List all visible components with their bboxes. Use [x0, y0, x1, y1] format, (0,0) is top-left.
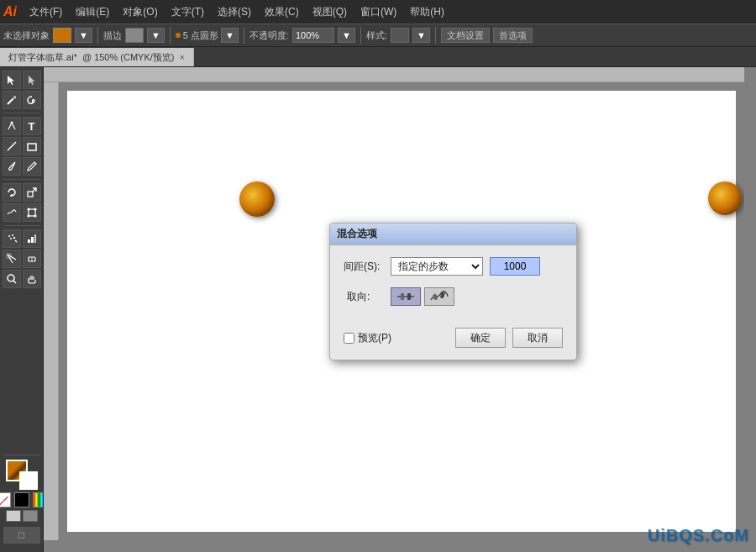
lasso-tool[interactable] — [23, 91, 41, 109]
vertical-ruler — [44, 82, 59, 540]
stroke-color-box[interactable] — [125, 28, 144, 43]
svg-point-11 — [34, 215, 36, 217]
pen-tool[interactable] — [3, 117, 21, 135]
style-label: 样式: — [366, 29, 387, 42]
free-transform-tool[interactable] — [23, 203, 41, 222]
svg-point-12 — [8, 235, 10, 237]
slice-tool[interactable] — [3, 250, 21, 268]
view-mode-btns — [6, 510, 38, 522]
spacing-row: 间距(S): 指定的步数 — [344, 257, 563, 276]
none-swatch[interactable] — [0, 492, 11, 507]
toolbar-sep-5 — [435, 27, 436, 44]
menu-bar: Ai 文件(F) 编辑(E) 对象(O) 文字(T) 选择(S) 效果(C) 视… — [0, 0, 756, 24]
menu-view[interactable]: 视图(Q) — [307, 3, 353, 21]
stroke-dropdown[interactable]: ▼ — [147, 28, 165, 43]
normal-view-btn[interactable] — [6, 510, 21, 522]
hand-tool[interactable] — [23, 270, 41, 288]
style-box[interactable] — [391, 28, 409, 43]
document-tab[interactable]: 灯管字体临草.ai* @ 150% (CMYK/预览) × — [0, 48, 194, 66]
warp-tool[interactable] — [3, 203, 21, 222]
toolbar-sep-4 — [360, 27, 361, 44]
orientation-row: 取向: — [344, 287, 563, 306]
gold-circle-left[interactable] — [239, 181, 275, 217]
magic-wand-tool[interactable] — [3, 91, 21, 109]
tab-filename: 灯管字体临草.ai* — [8, 51, 77, 64]
svg-rect-4 — [28, 144, 36, 150]
rect-tool[interactable] — [23, 137, 41, 155]
select-tool[interactable] — [3, 71, 21, 89]
fill-dropdown[interactable]: ▼ — [75, 28, 92, 43]
orientation-align-to-path[interactable] — [424, 287, 454, 306]
opacity-label: 不透明度: — [249, 29, 289, 42]
tool-row-line — [3, 137, 41, 155]
main-area: T — [0, 67, 756, 552]
fill-color-box[interactable] — [53, 28, 71, 43]
direct-select-tool[interactable] — [23, 71, 41, 89]
point-dropdown[interactable]: ▼ — [221, 28, 239, 43]
app-logo: Ai — [3, 4, 17, 19]
spacing-value-input[interactable] — [490, 257, 540, 276]
svg-rect-18 — [34, 234, 36, 243]
svg-marker-1 — [13, 96, 16, 99]
svg-point-10 — [28, 215, 29, 217]
eraser-tool[interactable] — [23, 250, 41, 268]
menu-file[interactable]: 文件(F) — [24, 3, 68, 21]
scale-tool[interactable] — [23, 183, 41, 202]
menu-edit[interactable]: 编辑(E) — [70, 3, 115, 21]
svg-point-15 — [13, 237, 14, 239]
tool-row-brush — [3, 157, 41, 176]
preview-checkbox[interactable] — [344, 333, 354, 344]
tool-row-magic — [3, 91, 41, 109]
screen-mode-btn[interactable] — [23, 510, 38, 522]
rotate-tool[interactable] — [3, 183, 21, 202]
paintbrush-tool[interactable] — [3, 157, 21, 176]
tool-row-zoom — [3, 270, 41, 288]
menu-window[interactable]: 窗口(W) — [354, 3, 402, 21]
column-graph-tool[interactable] — [23, 229, 41, 248]
menu-help[interactable]: 帮助(H) — [404, 3, 450, 21]
background-swatch[interactable] — [19, 471, 38, 490]
gold-circle-right[interactable] — [708, 181, 742, 215]
svg-line-3 — [8, 142, 16, 150]
pencil-tool[interactable] — [23, 157, 41, 176]
svg-rect-17 — [31, 237, 34, 243]
toolbar-sep-2 — [170, 27, 171, 44]
svg-point-9 — [34, 208, 36, 210]
svg-point-22 — [8, 275, 14, 281]
dialog-action-btns: 确定 取消 — [455, 328, 563, 348]
dialog-title: 混合选项 — [337, 227, 377, 241]
type-tool[interactable]: T — [23, 117, 41, 135]
blend-options-dialog: 混合选项 间距(S): 指定的步数 取向: — [329, 223, 577, 360]
menu-select[interactable]: 选择(S) — [212, 3, 257, 21]
color-swatch-3[interactable] — [33, 492, 45, 507]
ok-button[interactable]: 确定 — [455, 328, 506, 348]
tool-row-pen: T — [3, 117, 41, 135]
tab-bar: 灯管字体临草.ai* @ 150% (CMYK/预览) × — [0, 47, 756, 67]
zoom-tool[interactable] — [3, 270, 21, 288]
artboard-btn[interactable]: ☐ — [3, 527, 40, 544]
tool-sep-color — [3, 455, 40, 455]
orientation-btns — [391, 287, 454, 306]
toolbar-sep-3 — [244, 27, 244, 44]
opacity-input[interactable] — [292, 28, 334, 43]
preferences-btn[interactable]: 首选项 — [493, 28, 533, 43]
menu-object[interactable]: 对象(O) — [117, 3, 163, 21]
tool-sep-1 — [3, 113, 40, 113]
line-tool[interactable] — [3, 137, 21, 155]
extra-swatches — [0, 492, 44, 507]
cancel-button[interactable]: 取消 — [512, 328, 563, 348]
spacing-select[interactable]: 指定的步数 — [391, 257, 483, 276]
doc-settings-btn[interactable]: 文档设置 — [441, 28, 490, 43]
tab-close-btn[interactable]: × — [179, 52, 184, 62]
menu-type[interactable]: 文字(T) — [165, 3, 210, 21]
black-swatch[interactable] — [14, 492, 29, 507]
orientation-align-to-page[interactable] — [391, 287, 421, 306]
style-dropdown[interactable]: ▼ — [412, 28, 430, 43]
preview-label[interactable]: 预览(P) — [358, 331, 391, 345]
menu-effect[interactable]: 效果(C) — [259, 3, 305, 21]
symbol-spray-tool[interactable] — [3, 229, 21, 248]
toolbar-sep-1 — [97, 27, 98, 44]
canvas-area: 混合选项 间距(S): 指定的步数 取向: — [44, 67, 756, 552]
dialog-titlebar[interactable]: 混合选项 — [330, 223, 576, 245]
opacity-dropdown[interactable]: ▼ — [338, 28, 355, 43]
